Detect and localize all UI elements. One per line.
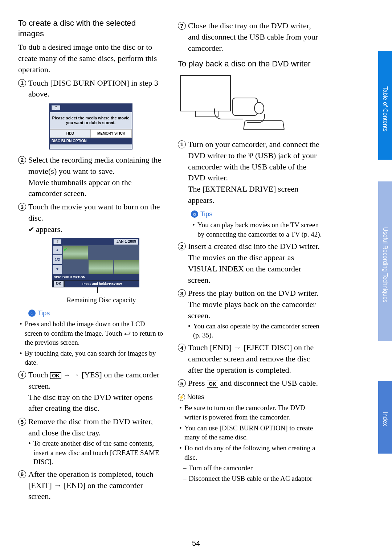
note-item: Do not do any of the following when crea… — [184, 443, 323, 462]
tips-list: Press and hold the image down on the LCD… — [18, 319, 163, 367]
note-item: Be sure to turn on the camcorder. The DV… — [184, 403, 323, 422]
page-number: 54 — [192, 538, 200, 548]
step-3: 3 Touch the movie you want to burn on th… — [18, 201, 163, 224]
step-number-2: 2 — [178, 242, 186, 250]
check-icon: ✔ — [28, 225, 34, 233]
playback-step-1: 1 Turn on your camcorder, and connect th… — [178, 139, 323, 206]
thumbnail — [88, 260, 114, 274]
notes-header: ⚡ Notes — [178, 393, 323, 402]
tab-index[interactable]: Index — [378, 381, 392, 454]
ui-date: JAN-1-2009 — [114, 239, 138, 245]
note-item: You can use [DISC BURN OPTION] to create… — [184, 423, 323, 442]
tips-header: ☼ Tips — [178, 210, 323, 219]
ui-screenshot-media-select: ⤴ Please select the media where the movi… — [49, 103, 132, 150]
step-5-sublist: To create another disc of the same conte… — [18, 439, 163, 467]
arrow-icon: → — [64, 372, 72, 379]
step-number-4: 4 — [18, 371, 26, 379]
step-1: 1 Touch [DISC BURN OPTION] in step 3 abo… — [18, 78, 163, 100]
disc-burn-option-label: DISC BURN OPTION — [52, 274, 139, 280]
ui-screenshot-thumbnails: ⤴ JAN-1-2009 ▲ 1/2 ▼ ✔ — [52, 238, 139, 288]
ui-caption: Remaining Disc capacity — [28, 295, 163, 305]
playback-step-3: 3 Press the play button on the DVD write… — [178, 288, 323, 321]
disc-burn-option-label: DISC BURN OPTION — [50, 138, 132, 144]
tv-icon — [180, 75, 231, 111]
right-column: 7 Close the disc tray on the DVD writer,… — [178, 18, 323, 502]
page-indicator: 1/2 — [53, 255, 62, 264]
step-number-5: 5 — [178, 379, 186, 387]
thumbnail — [114, 245, 139, 260]
step-3-sublist: You can also operate by the camcorder sc… — [178, 321, 323, 340]
heading-create-disc: To create a disc with the selected image… — [18, 18, 163, 39]
step-3-note: ✔appears. — [18, 224, 163, 235]
up-arrow-icon: ▲ — [53, 246, 62, 255]
step-7: 7 Close the disc tray on the DVD writer,… — [178, 20, 323, 54]
step-2: 2 Select the recording media containing … — [18, 155, 163, 199]
preview-label: Press and hold:PREVIEW — [65, 281, 139, 287]
tip-item: Press and hold the image down on the LCD… — [25, 319, 163, 347]
usb-icon: Ψ — [248, 152, 253, 160]
step-number-7: 7 — [178, 22, 186, 30]
cable-icon — [214, 108, 243, 119]
ok-box-icon: OK — [50, 372, 61, 379]
down-arrow-icon: ▼ — [53, 265, 62, 274]
thumbnail — [88, 245, 114, 260]
side-tabs: Table of Contents Useful Recording Techn… — [378, 0, 392, 557]
ok-box-icon: OK — [207, 381, 218, 388]
step-number-2: 2 — [18, 156, 26, 164]
pointer-line — [97, 287, 98, 293]
left-column: To create a disc with the selected image… — [18, 18, 163, 502]
tip-item: By touching date, you can search for ima… — [25, 349, 163, 367]
playback-step-5: 5 Press OK and disconnect the USB cable. — [178, 378, 323, 389]
notes-list: Be sure to turn on the camcorder. The DV… — [178, 403, 323, 462]
lightbulb-icon: ☼ — [191, 210, 198, 218]
ok-button: OK — [54, 281, 64, 287]
step-number-1: 1 — [18, 79, 26, 87]
tip-item: You can play back movies on the TV scree… — [197, 220, 323, 239]
intro-text: To dub a desired image onto the disc or … — [18, 42, 163, 75]
tips-header: ☼ Tips — [18, 309, 163, 318]
back-icon: ⤴ — [52, 105, 60, 110]
cable-icon — [247, 114, 265, 123]
step-number-4: 4 — [178, 344, 186, 352]
page-content: To create a disc with the selected image… — [0, 0, 392, 509]
note-sub-item: Turn off the camcorder — [189, 463, 323, 473]
step-5: 5 Remove the disc from the DVD writer, a… — [18, 416, 163, 439]
thumbnail — [114, 260, 139, 274]
step-6: 6 After the operation is completed, touc… — [18, 469, 163, 502]
step-number-1: 1 — [178, 140, 186, 148]
illustration-setup — [178, 72, 287, 134]
step-4: 4 Touch OK → → [YES] on the camcorder sc… — [18, 369, 163, 414]
hdd-option: HDD — [50, 129, 91, 138]
step-number-3: 3 — [18, 203, 26, 211]
notes-icon: ⚡ — [178, 394, 185, 401]
tab-toc[interactable]: Table of Contents — [378, 51, 392, 160]
tab-useful-recording[interactable]: Useful Recording Techniques — [378, 181, 392, 341]
back-icon: ⤴ — [53, 239, 61, 244]
thumbnail: ✔ — [62, 245, 88, 260]
check-icon: ✔ — [64, 246, 68, 253]
note-sub-item: Disconnect the USB cable or the AC adapt… — [189, 474, 323, 484]
step-number-5: 5 — [18, 418, 26, 426]
step-number-3: 3 — [178, 289, 186, 297]
lightbulb-icon: ☼ — [28, 310, 36, 317]
notes-sublist: Turn off the camcorder Disconnect the US… — [178, 463, 323, 483]
sub-item: To create another disc of the same conte… — [33, 439, 163, 467]
sub-item: You can also operate by the camcorder sc… — [193, 321, 323, 340]
thumbnail — [62, 260, 88, 274]
step-number-6: 6 — [18, 470, 26, 478]
tips-list: You can play back movies on the TV scree… — [178, 220, 323, 239]
heading-playback: To play back a disc on the DVD writer — [178, 59, 323, 69]
ui-message: Please select the media where the movie … — [50, 112, 132, 129]
playback-step-4: 4 Touch [END] → [EJECT DISC] on the camc… — [178, 342, 323, 376]
memory-stick-option: MEMORY STICK — [91, 129, 132, 138]
playback-step-2: 2 Insert a created disc into the DVD wri… — [178, 241, 323, 286]
